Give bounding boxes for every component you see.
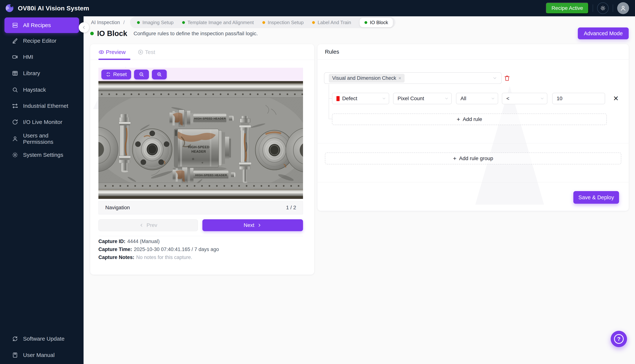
theme-toggle-button[interactable]	[597, 2, 609, 14]
image-toolbar: Reset	[98, 68, 303, 81]
chevron-down-icon	[444, 96, 449, 101]
sidebar-item-label: HMI	[23, 54, 33, 60]
trash-icon	[504, 74, 511, 82]
reset-view-button[interactable]: Reset	[101, 70, 131, 80]
delete-rule-group-button[interactable]	[504, 74, 512, 82]
recipes-icon	[12, 22, 18, 28]
page-header: IO Block Configure rules to define the i…	[90, 29, 258, 38]
prev-button[interactable]: Prev	[98, 219, 198, 231]
step-inspection-setup[interactable]: Inspection Setup	[262, 20, 304, 26]
capture-id-value: 4444 (Manual)	[127, 238, 160, 244]
help-button[interactable]: ?	[611, 331, 627, 347]
breadcrumb-separator: /	[123, 20, 125, 26]
rule-metric-value: Pixel Count	[398, 96, 424, 102]
rules-divider	[317, 59, 629, 60]
remove-rule-button[interactable]: ✕	[613, 94, 619, 102]
step-status-dot	[365, 21, 367, 24]
breadcrumb: AI Inspection /	[91, 18, 125, 27]
step-label-and-train[interactable]: Label And Train	[312, 20, 351, 26]
sidebar-item-label: System Settings	[23, 152, 63, 158]
sidebar-item-label: Industrial Ethernet	[23, 103, 68, 109]
page-status-dot	[90, 32, 94, 35]
prev-label: Prev	[147, 222, 157, 228]
plus-icon: +	[457, 116, 460, 123]
gear-icon	[12, 152, 18, 158]
network-arrows-icon	[12, 103, 18, 109]
sidebar-item-industrial-ethernet[interactable]: Industrial Ethernet	[5, 98, 79, 114]
step-status-dot	[312, 21, 315, 24]
sidebar-item-hmi[interactable]: HMI	[5, 49, 79, 65]
sidebar-item-system-settings[interactable]: System Settings	[5, 147, 79, 163]
rule-group-tag: Visual and Dimension Check ×	[329, 74, 405, 82]
navigation-strip: Navigation 1 / 2	[98, 201, 303, 214]
sidebar-item-label: Haystack	[23, 87, 46, 93]
tab-label: Test	[145, 49, 155, 55]
sidebar: All Recipes Recipe Editor HMI Library	[0, 16, 84, 364]
add-rule-button[interactable]: + Add rule	[332, 114, 607, 125]
zoom-out-icon	[139, 72, 144, 77]
step-label: Label And Train	[317, 20, 351, 26]
tab-label: Preview	[106, 49, 126, 55]
sidebar-item-all-recipes[interactable]: All Recipes	[5, 18, 79, 33]
play-circle-icon	[138, 49, 144, 55]
sidebar-item-label: Recipe Editor	[23, 38, 57, 44]
rule-group-select[interactable]: Visual and Dimension Check ×	[324, 72, 502, 84]
navigation-title: Navigation	[105, 205, 130, 210]
pencil-icon	[12, 38, 18, 44]
sidebar-item-recipe-editor[interactable]: Recipe Editor	[5, 33, 79, 48]
topbar: OV80i AI Vision System Recipe Active	[0, 0, 635, 16]
refresh-icon	[12, 336, 18, 342]
tab-test[interactable]: Test	[138, 49, 155, 59]
zoom-in-button[interactable]	[152, 70, 167, 80]
zoom-out-button[interactable]	[134, 70, 149, 80]
rule-connector-line	[329, 84, 329, 119]
sidebar-item-io-live-monitor[interactable]: I/O Live Monitor	[5, 114, 79, 130]
step-imaging-setup[interactable]: Imaging Setup	[137, 20, 174, 26]
next-button[interactable]: Next	[202, 219, 303, 231]
tab-preview[interactable]: Preview	[98, 49, 126, 59]
defect-color-chip	[337, 96, 340, 101]
chevron-right-icon	[257, 223, 262, 228]
recipe-active-badge[interactable]: Recipe Active	[546, 2, 588, 14]
chevron-down-icon	[382, 96, 386, 101]
sidebar-item-software-update[interactable]: Software Update	[5, 331, 79, 346]
save-deploy-button[interactable]: Save & Deploy	[573, 191, 619, 204]
sidebar-collapse-button[interactable]	[79, 22, 89, 33]
rule-operator-select[interactable]: <	[502, 93, 547, 104]
sidebar-item-label: Users and Permissions	[23, 132, 79, 145]
chevron-down-icon	[492, 76, 497, 80]
step-label: IO Block	[370, 20, 388, 26]
sidebar-item-library[interactable]: Library	[5, 66, 79, 81]
navigation-counter: 1 / 2	[286, 205, 296, 210]
sidebar-item-label: I/O Live Monitor	[23, 119, 62, 125]
plus-icon: +	[453, 155, 457, 162]
add-rule-group-button[interactable]: + Add rule group	[325, 152, 621, 164]
rule-value-input[interactable]	[552, 93, 605, 104]
sidebar-item-haystack[interactable]: Haystack	[5, 82, 79, 98]
rule-scope-select[interactable]: All	[456, 93, 498, 104]
breadcrumb-root[interactable]: AI Inspection	[91, 20, 120, 26]
capture-image[interactable]: HIGH-SPEED HEADER HIGH-SPE	[98, 81, 303, 199]
capture-notes-line: Capture Notes:No notes for this capture.	[98, 254, 192, 260]
sidebar-item-user-manual[interactable]: User Manual	[5, 347, 79, 363]
avatar[interactable]	[617, 2, 629, 14]
rule-operator-value: <	[506, 96, 509, 102]
machined-parts-photo: HIGH-SPEED HEADER HIGH-SPE	[98, 81, 303, 199]
chevron-down-icon	[540, 96, 544, 101]
question-icon: ?	[614, 334, 624, 344]
rule-metric-select[interactable]: Pixel Count	[393, 93, 452, 104]
step-template-image-alignment[interactable]: Template Image and Alignment	[182, 20, 254, 26]
circular-arrow-icon	[12, 119, 18, 125]
tag-remove-icon[interactable]: ×	[399, 75, 401, 81]
sidebar-item-users-permissions[interactable]: Users and Permissions	[5, 131, 79, 146]
rule-connector-stub	[329, 98, 332, 99]
advanced-mode-button[interactable]: Advanced Mode	[578, 28, 629, 39]
step-io-block[interactable]: IO Block	[360, 18, 393, 27]
sidebar-item-label: Software Update	[23, 336, 65, 342]
rule-class-select[interactable]: Defect	[332, 93, 389, 104]
chevron-left-icon	[139, 223, 144, 228]
page-subtitle: Configure rules to define the inspection…	[134, 30, 258, 36]
capture-id-line: Capture ID:4444 (Manual)	[98, 238, 160, 244]
chevron-left-icon	[82, 25, 86, 30]
app-logo-icon	[5, 4, 14, 12]
